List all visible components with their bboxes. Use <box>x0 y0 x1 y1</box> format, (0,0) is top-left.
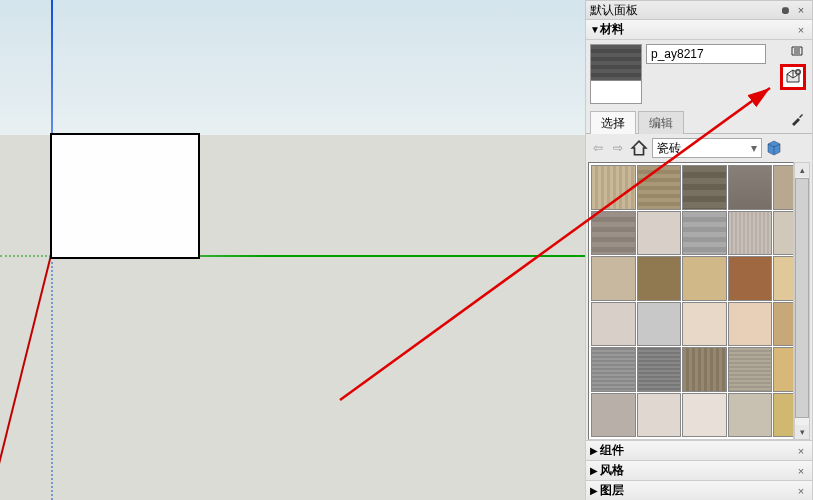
material-name-input[interactable] <box>646 44 766 64</box>
material-swatch[interactable] <box>682 302 727 347</box>
material-swatch[interactable] <box>591 256 636 301</box>
material-tabs: 选择 编辑 <box>586 108 812 134</box>
material-swatch-grid <box>588 162 794 440</box>
scroll-up-button[interactable]: ▴ <box>795 163 809 177</box>
category-value: 瓷砖 <box>657 140 681 157</box>
pin-icon[interactable]: ⏺ <box>778 3 792 17</box>
material-swatch[interactable] <box>728 165 773 210</box>
material-preview-back <box>591 81 641 103</box>
material-swatch[interactable] <box>773 302 794 347</box>
section-header-collapsed[interactable]: ▶图层× <box>585 481 813 500</box>
section-title: 组件 <box>600 442 794 459</box>
material-swatch[interactable] <box>728 302 773 347</box>
expand-arrow-icon: ▶ <box>590 465 600 476</box>
section-title: 风格 <box>600 462 794 479</box>
panel-title: 默认面板 <box>590 2 778 19</box>
section-title-materials: 材料 <box>600 21 794 38</box>
material-swatch[interactable] <box>728 393 773 438</box>
category-dropdown[interactable]: 瓷砖 ▾ <box>652 138 762 158</box>
close-icon[interactable]: × <box>794 23 808 37</box>
material-preview-texture <box>591 45 641 81</box>
scroll-thumb[interactable] <box>795 178 809 418</box>
home-button[interactable] <box>630 139 648 157</box>
material-swatch[interactable] <box>728 256 773 301</box>
close-icon[interactable]: × <box>794 444 808 458</box>
panel-header[interactable]: 默认面板 ⏺ × <box>585 0 813 20</box>
tab-select[interactable]: 选择 <box>590 111 636 134</box>
material-swatch[interactable] <box>682 393 727 438</box>
expand-arrow-icon: ▶ <box>590 485 600 496</box>
swatch-scrollbar[interactable]: ▴ ▾ <box>794 162 810 440</box>
tray-panel: 默认面板 ⏺ × ▼ 材料 × 选择 <box>585 0 813 500</box>
nav-forward-button[interactable]: ⇨ <box>610 140 626 156</box>
scroll-down-button[interactable]: ▾ <box>795 425 809 439</box>
tab-edit[interactable]: 编辑 <box>638 111 684 134</box>
library-details-button[interactable] <box>766 140 782 156</box>
material-swatch[interactable] <box>637 302 682 347</box>
material-swatch[interactable] <box>728 347 773 392</box>
section-header-collapsed[interactable]: ▶组件× <box>585 441 813 461</box>
material-swatch[interactable] <box>773 347 794 392</box>
close-icon[interactable]: × <box>794 464 808 478</box>
section-title: 图层 <box>600 482 794 499</box>
axis-red <box>0 250 60 500</box>
material-swatch[interactable] <box>591 165 636 210</box>
material-swatch[interactable] <box>773 256 794 301</box>
material-swatch[interactable] <box>637 211 682 256</box>
expand-arrow-icon: ▶ <box>590 445 600 456</box>
material-top-row <box>586 40 812 108</box>
material-swatch[interactable] <box>682 211 727 256</box>
material-swatch[interactable] <box>637 165 682 210</box>
material-swatch[interactable] <box>637 393 682 438</box>
collapse-arrow-icon: ▼ <box>590 24 600 35</box>
material-swatch[interactable] <box>682 165 727 210</box>
material-swatch[interactable] <box>591 211 636 256</box>
materials-body: 选择 编辑 ⇦ ⇨ 瓷砖 ▾ ▴ <box>585 40 813 441</box>
material-nav-row: ⇦ ⇨ 瓷砖 ▾ <box>586 134 812 162</box>
section-header-collapsed[interactable]: ▶风格× <box>585 461 813 481</box>
material-swatch[interactable] <box>773 393 794 438</box>
material-preview[interactable] <box>590 44 642 104</box>
viewport-3d[interactable] <box>0 0 585 500</box>
svg-line-0 <box>0 255 51 500</box>
section-header-materials[interactable]: ▼ 材料 × <box>585 20 813 40</box>
nav-back-button[interactable]: ⇦ <box>590 140 606 156</box>
rectangle-face[interactable] <box>50 133 200 259</box>
material-swatch[interactable] <box>637 347 682 392</box>
eyedropper-button[interactable] <box>788 110 806 128</box>
display-secondary-pane-button[interactable] <box>790 44 804 58</box>
material-swatch[interactable] <box>773 165 794 210</box>
close-icon[interactable]: × <box>794 3 808 17</box>
material-swatch[interactable] <box>682 256 727 301</box>
material-swatch[interactable] <box>728 211 773 256</box>
chevron-down-icon: ▾ <box>751 141 757 155</box>
material-swatch[interactable] <box>773 211 794 256</box>
create-material-button[interactable] <box>780 64 806 90</box>
close-icon[interactable]: × <box>794 484 808 498</box>
material-swatch[interactable] <box>682 347 727 392</box>
material-swatch[interactable] <box>591 347 636 392</box>
collapsed-sections: ▶组件×▶风格×▶图层×▶阴影×▶场景× <box>585 441 813 500</box>
material-swatch[interactable] <box>591 302 636 347</box>
material-swatch[interactable] <box>591 393 636 438</box>
material-swatch[interactable] <box>637 256 682 301</box>
sky-background <box>0 0 585 135</box>
